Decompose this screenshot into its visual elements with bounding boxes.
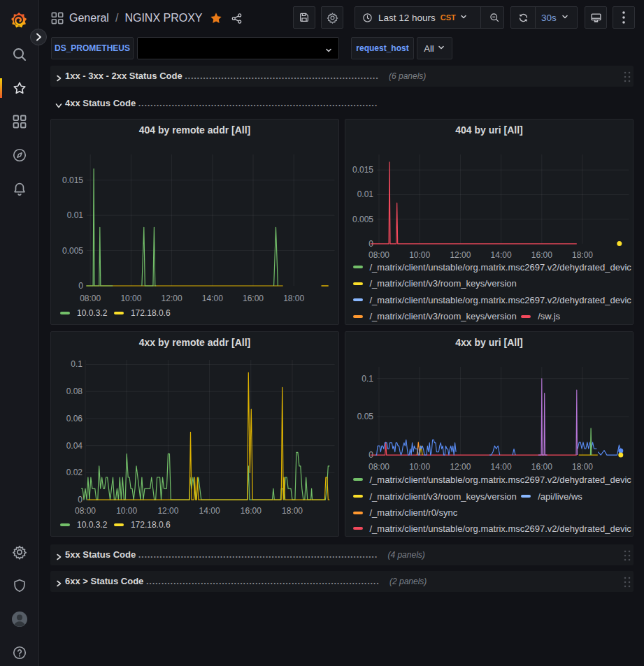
svg-text:0.05: 0.05 [357, 412, 374, 421]
svg-text:0.015: 0.015 [62, 175, 83, 185]
svg-text:0.01: 0.01 [67, 210, 84, 220]
svg-text:14:00: 14:00 [491, 462, 512, 472]
svg-text:16:00: 16:00 [243, 294, 264, 303]
svg-text:18:00: 18:00 [282, 506, 303, 516]
svg-text:0.1: 0.1 [71, 359, 83, 369]
svg-text:0: 0 [78, 281, 83, 291]
svg-text:0.04: 0.04 [66, 441, 83, 451]
svg-text:0.08: 0.08 [66, 386, 83, 396]
svg-text:12:00: 12:00 [162, 294, 183, 303]
svg-text:14:00: 14:00 [199, 506, 220, 516]
svg-text:18:00: 18:00 [572, 462, 593, 472]
svg-text:12:00: 12:00 [157, 506, 178, 516]
svg-text:14:00: 14:00 [202, 294, 223, 303]
svg-text:18:00: 18:00 [283, 294, 304, 303]
svg-text:12:00: 12:00 [450, 462, 471, 472]
svg-text:10:00: 10:00 [409, 462, 430, 472]
svg-text:0.1: 0.1 [362, 374, 373, 384]
svg-text:0: 0 [78, 495, 83, 505]
svg-text:0.02: 0.02 [66, 468, 83, 477]
svg-text:16:00: 16:00 [531, 462, 552, 472]
svg-text:08:00: 08:00 [368, 462, 389, 472]
svg-text:0.005: 0.005 [352, 215, 373, 224]
svg-text:16:00: 16:00 [241, 506, 262, 516]
svg-text:0.015: 0.015 [352, 165, 373, 175]
svg-text:10:00: 10:00 [120, 294, 141, 303]
svg-text:08:00: 08:00 [80, 294, 101, 303]
svg-text:10:00: 10:00 [116, 506, 137, 516]
svg-text:0.01: 0.01 [357, 189, 374, 199]
svg-text:08:00: 08:00 [75, 506, 96, 516]
svg-text:0.06: 0.06 [66, 414, 83, 424]
svg-text:0.005: 0.005 [62, 246, 83, 256]
